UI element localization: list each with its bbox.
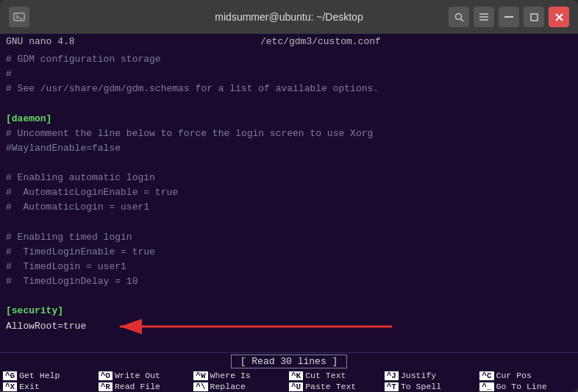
status-message: [ Read 30 lines ] [231, 354, 348, 368]
titlebar-left [9, 7, 29, 27]
shortcut-cur-pos[interactable]: ^C Cur Pos [479, 371, 575, 380]
line-19-container: AllowRoot=true [6, 319, 572, 334]
shortcut-label-write-out: Write Out [115, 371, 160, 380]
maximize-button[interactable] [524, 7, 544, 27]
terminal-window: midsummer@ubuntu: ~/Desktop [0, 0, 578, 392]
shortcut-label-where-is: Where Is [210, 371, 251, 380]
line-12 [6, 215, 572, 230]
svg-line-3 [460, 18, 463, 21]
shortcuts-bar: ^G Get Help ^O Write Out ^W Where Is ^K … [0, 370, 578, 392]
shortcut-label-cut-text: Cut Text [305, 371, 346, 380]
content-area[interactable]: # GDM configuration storage # # See /usr… [0, 49, 578, 352]
window-title: midsummer@ubuntu: ~/Desktop [215, 11, 363, 23]
menu-button[interactable] [474, 7, 494, 27]
shortcut-label-cur-pos: Cur Pos [496, 371, 532, 380]
line-17 [6, 289, 572, 304]
shortcut-key-backslash: ^\ [193, 382, 207, 391]
shortcut-label-go-to-line: Go To Line [496, 382, 547, 391]
shortcut-key-X: ^X [3, 382, 17, 391]
shortcut-justify[interactable]: ^J Justify [385, 371, 480, 380]
terminal-icon [9, 7, 29, 27]
shortcut-label-justify: Justify [401, 371, 436, 380]
shortcut-to-spell[interactable]: ^T To Spell [385, 382, 480, 391]
shortcut-key-W: ^W [193, 371, 207, 380]
red-arrow [113, 316, 407, 338]
line-5: [daemon] [6, 112, 572, 126]
editor-container: GNU nano 4.8 /etc/gdm3/custom.conf # GDM… [0, 34, 578, 392]
svg-rect-8 [531, 14, 538, 21]
minimize-button[interactable] [499, 7, 519, 27]
shortcut-read-file[interactable]: ^R Read File [99, 382, 194, 391]
shortcut-key-O: ^O [99, 371, 113, 380]
line-9: # Enabling automatic login [6, 171, 572, 185]
shortcut-key-R: ^R [99, 382, 113, 391]
line-2: # [6, 67, 572, 82]
line-4 [6, 96, 572, 111]
titlebar: midsummer@ubuntu: ~/Desktop [0, 0, 578, 34]
line-15: # TimedLogin = user1 [6, 260, 572, 274]
shortcut-get-help[interactable]: ^G Get Help [3, 371, 99, 380]
shortcut-key-C: ^C [479, 371, 493, 380]
line-6: # Uncomment the line below to force the … [6, 126, 572, 141]
shortcut-go-to-line[interactable]: ^_ Go To Line [479, 382, 575, 391]
nano-header-right [566, 36, 572, 47]
line-11: # AutomaticLogin = user1 [6, 200, 572, 215]
line-19: AllowRoot=true [6, 319, 86, 334]
shortcut-key-G: ^G [3, 371, 17, 380]
shortcut-paste-text[interactable]: ^U Paste Text [289, 382, 385, 391]
window-controls [449, 7, 569, 27]
shortcut-key-T: ^T [385, 382, 399, 391]
shortcut-key-U: ^U [289, 382, 303, 391]
nano-header: GNU nano 4.8 /etc/gdm3/custom.conf [0, 34, 578, 49]
close-button[interactable] [549, 7, 569, 27]
shortcut-label-get-help: Get Help [19, 371, 60, 380]
shortcut-label-replace: Replace [210, 382, 246, 391]
line-10: # AutomaticLoginEnable = true [6, 185, 572, 200]
nano-version: GNU nano 4.8 [6, 36, 75, 47]
shortcut-key-K: ^K [289, 371, 303, 380]
line-13: # Enabling timed login [6, 230, 572, 245]
shortcut-key-J: ^J [385, 371, 399, 380]
shortcut-replace[interactable]: ^\ Replace [193, 382, 289, 391]
shortcut-exit[interactable]: ^X Exit [3, 382, 99, 391]
status-bar: [ Read 30 lines ] [0, 352, 578, 370]
shortcut-key-underscore: ^_ [479, 382, 493, 391]
search-button[interactable] [449, 7, 469, 27]
line-14: # TimedLoginEnable = true [6, 245, 572, 260]
line-3: # See /usr/share/gdm/gdm.schemas for a l… [6, 82, 572, 96]
line-7: #WaylandEnable=false [6, 141, 572, 156]
line-1: # GDM configuration storage [6, 52, 572, 67]
line-16: # TimedLoginDelay = 10 [6, 274, 572, 289]
shortcut-write-out[interactable]: ^O Write Out [99, 371, 194, 380]
nano-filename: /etc/gdm3/custom.conf [260, 36, 381, 47]
shortcut-row-2: ^X Exit ^R Read File ^\ Replace ^U Paste… [0, 381, 578, 392]
shortcut-row-1: ^G Get Help ^O Write Out ^W Where Is ^K … [0, 370, 578, 381]
shortcut-label-read-file: Read File [115, 382, 160, 391]
shortcut-label-paste-text: Paste Text [305, 382, 356, 391]
shortcut-cut-text[interactable]: ^K Cut Text [289, 371, 385, 380]
shortcut-where-is[interactable]: ^W Where Is [193, 371, 289, 380]
svg-point-2 [455, 13, 461, 19]
shortcut-label-exit: Exit [19, 382, 40, 391]
shortcut-label-to-spell: To Spell [401, 382, 441, 391]
line-8 [6, 156, 572, 171]
